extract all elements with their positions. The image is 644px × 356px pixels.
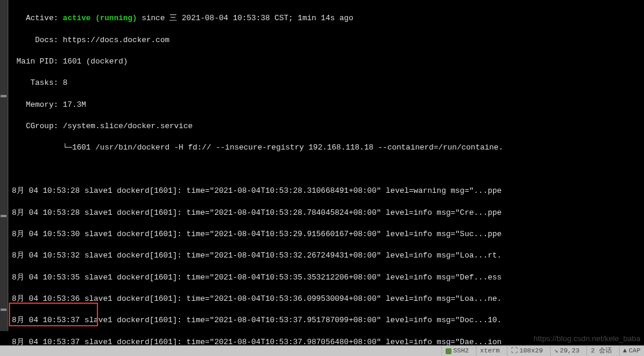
active-running-text: active (running) [63, 14, 137, 23]
status-mainpid: Main PID: 1601 (dockerd) [12, 56, 639, 67]
status-active: Active: active (running) since 三 2021-08… [12, 13, 639, 24]
watermark-text: https://blog.csdn.net/kele_baba [533, 333, 640, 344]
status-bar: SSH2 xterm ⛶ 108x29 ↘ 29,23 2 会话 ▲ CAP [0, 345, 644, 356]
terminal-output[interactable]: Active: active (running) since 三 2021-08… [0, 0, 644, 356]
log-line: 8月 04 10:53:28 slave1 dockerd[1601]: tim… [12, 186, 639, 196]
log-line: 8月 04 10:53:30 slave1 dockerd[1601]: tim… [12, 229, 639, 240]
lock-icon [446, 348, 452, 354]
status-term: xterm [476, 346, 500, 356]
log-line: 8月 04 10:53:28 slave1 dockerd[1601]: tim… [12, 208, 639, 218]
status-pos: ↘ 29,23 [550, 346, 580, 356]
log-line: 8月 04 10:53:32 slave1 dockerd[1601]: tim… [12, 250, 639, 261]
status-ssh: SSH2 [441, 346, 469, 356]
up-icon: ▲ [623, 347, 627, 355]
status-sess: 2 会话 [586, 346, 611, 356]
log-line: 8月 04 10:53:35 slave1 dockerd[1601]: tim… [12, 272, 639, 283]
status-cgroup-child: └─1601 /usr/bin/dockerd -H fd:// --insec… [12, 142, 639, 153]
status-docs: Docs: https://docs.docker.com [12, 35, 639, 46]
status-cap: ▲ CAP [619, 346, 640, 356]
status-size: ⛶ 108x29 [507, 346, 543, 356]
pos-icon: ↘ [554, 347, 558, 355]
blank-line [12, 164, 639, 175]
size-icon: ⛶ [511, 347, 517, 355]
log-line: 8月 04 10:53:36 slave1 dockerd[1601]: tim… [12, 294, 639, 304]
status-memory: Memory: 17.3M [12, 100, 639, 110]
status-cgroup: CGroup: /system.slice/docker.service [12, 121, 639, 132]
status-tasks: Tasks: 8 [12, 78, 639, 88]
log-line: 8月 04 10:53:37 slave1 dockerd[1601]: tim… [12, 315, 639, 326]
